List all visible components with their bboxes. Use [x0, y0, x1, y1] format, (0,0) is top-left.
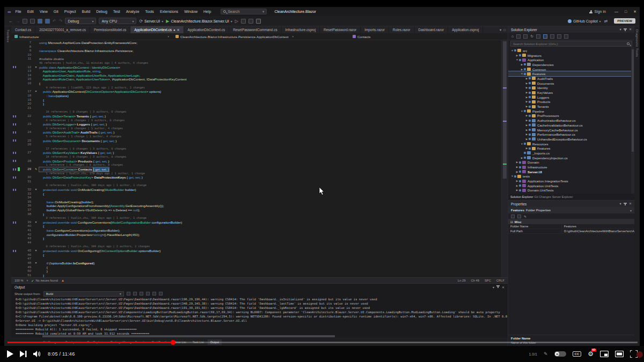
fold-toggle[interactable]: ▼: [33, 249, 39, 253]
output-horizontal-scrollbar[interactable]: [11, 335, 508, 338]
fold-toggle[interactable]: ▼: [33, 65, 39, 70]
whitespace-indicator[interactable]: SPC: [485, 279, 491, 282]
code-line[interactable]: 11#nullable disable: [11, 57, 501, 61]
document-tab[interactable]: 20240327T0001_a_remove.cs: [35, 26, 90, 33]
code-line[interactable]: 10: [11, 53, 501, 57]
code-line[interactable]: 45▼ protected override void OnConfigurin…: [11, 249, 501, 253]
tree-item-unhandledexceptionbehaviour-cs[interactable]: ▶UnhandledExceptionBehaviour.cs: [508, 137, 634, 142]
tree-item-tenants[interactable]: ▶Tenants: [508, 104, 634, 109]
output-source-dropdown[interactable]: Build▾: [43, 291, 124, 297]
tree-item-dependencyinjection-cs[interactable]: ▶DependencyInjection.cs: [508, 156, 634, 160]
expander-icon[interactable]: ▶: [525, 129, 529, 131]
toolbar-icon[interactable]: [248, 19, 253, 24]
zoom-level[interactable]: 100 %: [14, 279, 23, 282]
float-icon[interactable]: □: [503, 28, 506, 32]
menu-item-project[interactable]: Project: [64, 10, 76, 13]
sync-with-active-document-icon[interactable]: [543, 34, 547, 39]
tree-item-domain-unittests[interactable]: ▶Domain.UnitTests: [508, 188, 634, 193]
start-without-debugging-icon[interactable]: ▷: [235, 19, 238, 24]
code-line[interactable]: 50 }: [11, 269, 501, 274]
tree-item-documents[interactable]: ▶Documents: [508, 81, 634, 86]
document-tab[interactable]: ResetPasswordCommand.cs: [229, 26, 281, 33]
switch-views-icon[interactable]: [516, 34, 521, 39]
expander-icon[interactable]: ▼: [510, 49, 514, 52]
save-icon[interactable]: [38, 19, 42, 24]
code-line[interactable]: 25 public DbSet<Document> Documents { ge…: [11, 139, 501, 143]
clear-all-icon[interactable]: [146, 292, 150, 295]
document-tab[interactable]: Application.csproj: [448, 26, 483, 33]
code-line[interactable]: 35 base.OnModelCreating(builder);: [11, 200, 501, 204]
code-line[interactable]: 48▼ if (!optionsBuilder.IsConfigured): [11, 261, 501, 265]
save-all-icon[interactable]: [45, 19, 50, 24]
codelens-row[interactable]: 3 references | 0 changes | 1 author, 4 c…: [11, 127, 501, 131]
menu-item-debug[interactable]: Debug: [96, 10, 107, 13]
expander-icon[interactable]: ▶: [520, 68, 524, 71]
expander-icon[interactable]: ▶: [525, 86, 529, 89]
annotation-pencil-icon[interactable]: ✎: [544, 351, 548, 357]
tree-item-application[interactable]: ▼Application: [508, 57, 634, 62]
expander-icon[interactable]: ▶: [525, 124, 529, 127]
tree-item-application-unittests[interactable]: ▶Application.UnitTests: [508, 183, 634, 188]
categorized-icon[interactable]: [511, 215, 515, 218]
goto-next-message-icon[interactable]: [133, 292, 137, 295]
codelens-row[interactable]: 9 references | liam365, 223 days ago | 2…: [11, 86, 501, 90]
tree-item-performancebehaviour-cs[interactable]: ▶PerformanceBehaviour.cs: [508, 132, 634, 137]
code-line[interactable]: 27 public DbSet<KeyValue> KeyValues { ge…: [11, 151, 501, 155]
menu-item-git[interactable]: Git: [54, 10, 58, 13]
code-line[interactable]: 51 }: [11, 274, 501, 277]
expander-icon[interactable]: ▼: [510, 175, 514, 178]
pin-icon[interactable]: [497, 285, 499, 288]
start-debugging-button[interactable]: ▶ CleanArchitecture.Blazor.Server.UI▾: [166, 19, 232, 24]
expander-icon[interactable]: ▼: [515, 58, 519, 61]
open-file-icon[interactable]: [30, 19, 35, 24]
word-wrap-icon[interactable]: [152, 292, 156, 295]
tree-item-migrators[interactable]: ▶Migrators: [508, 53, 634, 58]
codelens-row[interactable]: 16 references | 0 changes | 3 authors, 0…: [11, 110, 501, 114]
member-dropdown[interactable]: Contacts: [349, 33, 374, 40]
tree-item-cacheinvalidationbehaviour-cs[interactable]: ▶CacheInvalidationBehaviour.cs: [508, 123, 634, 128]
code-line[interactable]: 26: [11, 143, 501, 147]
code-line[interactable]: 49 {: [11, 265, 501, 270]
fold-toggle[interactable]: ▼: [33, 90, 39, 94]
tree-item-loggers[interactable]: ▶Loggers: [508, 95, 634, 100]
expander-icon[interactable]: ▼: [520, 143, 524, 145]
show-all-files-icon[interactable]: [550, 34, 554, 39]
code-line[interactable]: 7using Microsoft.AspNetCore.DataProtecti…: [11, 41, 501, 45]
tree-item-docker-compose[interactable]: ▶docker-compose: [508, 193, 634, 194]
volume-button[interactable]: [33, 351, 41, 357]
closed-captions-button[interactable]: CC: [573, 351, 582, 357]
category-row[interactable]: ⊟Misc: [508, 219, 634, 224]
properties-object-dropdown[interactable]: Features Folder Properties ▾: [508, 207, 634, 213]
hot-reload-icon[interactable]: ▲: [61, 279, 64, 282]
play-button[interactable]: [6, 350, 13, 358]
code-line[interactable]: 21: [11, 106, 501, 110]
tree-item-audittrails[interactable]: ▶AuditTrails: [508, 76, 634, 81]
editor-scrollbar[interactable]: [501, 40, 508, 277]
collapse-all-icon[interactable]: [536, 34, 540, 39]
code-line[interactable]: 31: [11, 180, 501, 184]
minimize-button[interactable]: —: [614, 10, 618, 14]
chevron-down-icon[interactable]: ▾: [619, 202, 621, 206]
expander-icon[interactable]: ▶: [515, 171, 519, 173]
code-line[interactable]: 30 public DbSet<DataProtectionKey> DataP…: [11, 175, 501, 180]
code-line[interactable]: 47: [11, 257, 501, 261]
expander-icon[interactable]: ▶: [525, 119, 529, 122]
document-tab[interactable]: Contact.cs: [11, 26, 35, 33]
codelens-row[interactable]: 14 references | 0 changes | 3 authors, 0…: [11, 155, 501, 159]
expander-icon[interactable]: ▶: [515, 184, 519, 187]
code-line[interactable]: 14 ApplicationUserClaim, ApplicationUser…: [11, 73, 501, 78]
property-pages-icon[interactable]: ✎: [524, 215, 526, 218]
close-button[interactable]: ✕: [633, 10, 636, 14]
expander-icon[interactable]: ▶: [515, 189, 519, 191]
tree-item-keyvalues[interactable]: ▶KeyValues: [508, 90, 634, 95]
code-line[interactable]: 41 base.ConfigureConventions(configurati…: [11, 228, 501, 233]
tree-item-pipeline[interactable]: ▼Pipeline: [508, 109, 634, 114]
fold-toggle[interactable]: ▼: [33, 188, 39, 192]
code-line[interactable]: 13 ApplicationUser, ApplicationRole, str…: [11, 69, 501, 73]
property-value[interactable]: Features: [562, 225, 634, 228]
tree-scrollbar[interactable]: [631, 47, 634, 194]
code-line[interactable]: 8: [11, 45, 501, 49]
line-indicator[interactable]: Ln 29: [458, 279, 466, 282]
menu-item-test[interactable]: Test: [113, 10, 120, 13]
tree-item-memorycachebehaviour-cs[interactable]: ▶MemoryCacheBehaviour.cs: [508, 128, 634, 132]
